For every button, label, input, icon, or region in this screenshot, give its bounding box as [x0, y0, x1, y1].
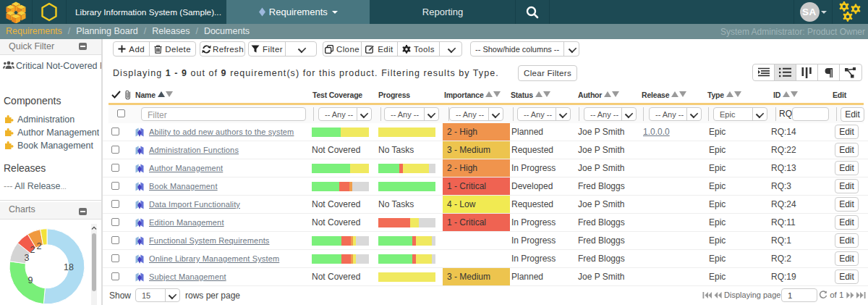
svg-text:2: 2: [37, 241, 42, 251]
svg-text:9: 9: [28, 275, 33, 285]
svg-text:18: 18: [64, 262, 74, 272]
svg-text:2: 2: [30, 245, 35, 255]
svg-text:3: 3: [25, 253, 30, 263]
